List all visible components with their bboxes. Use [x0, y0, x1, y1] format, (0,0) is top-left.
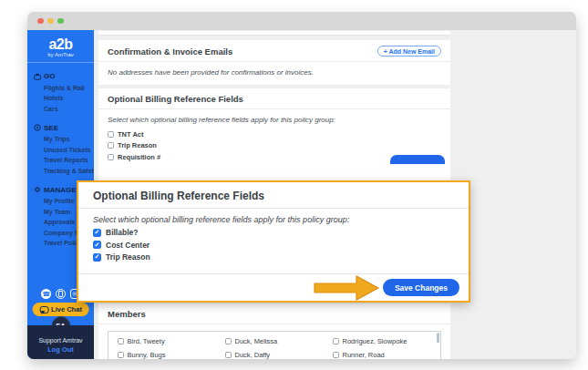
checkbox-row-tnt-act: TNT Act — [108, 130, 450, 139]
member-row: Duck, Melissa — [225, 337, 333, 345]
tnt-act-checkbox[interactable] — [108, 131, 114, 138]
member-row: Bird, Tweety — [118, 337, 225, 345]
members-list-box[interactable]: Bird, Tweety Duck, Melissa Rodriguez, Sl… — [108, 331, 441, 359]
nav-section-go: GO Flights & Rail Hotels Cars — [34, 72, 94, 112]
card-header: Members — [98, 303, 450, 324]
cost-center-checkbox[interactable] — [93, 241, 101, 249]
live-chat-label: Live Chat — [51, 305, 82, 313]
nav-section-label: SEE — [44, 124, 58, 132]
partial-card — [98, 31, 450, 36]
members-grid: Bird, Tweety Duck, Melissa Rodriguez, Sl… — [108, 337, 440, 359]
card-title: Members — [108, 309, 146, 319]
sidebar-footer: Support Amtrav Log Out — [27, 325, 94, 359]
zoom-window-button[interactable] — [57, 18, 64, 25]
member-checkbox[interactable] — [225, 352, 232, 358]
app-window: a2b by AmTrav GO Flights & Rail Hotels — [27, 12, 576, 359]
checkbox-label: Billable? — [106, 228, 138, 237]
member-name: Duck, Daffy — [235, 351, 271, 359]
minimize-window-button[interactable] — [47, 18, 54, 25]
checkbox-row-cost-center: Cost Center — [93, 241, 469, 250]
member-row: Bunny, Bugs — [118, 351, 225, 359]
checkbox-row-trip-reason: Trip Reason — [108, 141, 450, 149]
logout-link[interactable]: Log Out — [27, 345, 94, 354]
member-checkbox[interactable] — [118, 338, 124, 344]
overlay-description: Select which optional billing reference … — [93, 215, 454, 224]
trip-reason-checkbox[interactable] — [93, 253, 101, 262]
member-row: Runner, Road — [333, 351, 440, 359]
requisition-checkbox[interactable] — [108, 154, 114, 160]
chat-bubble-icon — [39, 306, 48, 313]
brand-name: a2b — [27, 37, 94, 51]
add-new-email-button[interactable]: + Add New Email — [377, 46, 441, 57]
checkbox-label: Cost Center — [106, 241, 150, 250]
member-row: Duck, Daffy — [225, 351, 333, 359]
member-checkbox[interactable] — [225, 338, 232, 344]
trip-reason-checkbox[interactable] — [108, 142, 114, 149]
checkbox-label: Trip Reason — [106, 252, 150, 262]
save-changes-button[interactable]: Save Changes — [383, 279, 459, 296]
billing-fields-card: Optional Billing Reference Fields Select… — [98, 88, 450, 194]
checkbox-label: Requisition # — [118, 153, 160, 161]
briefcase-icon — [34, 73, 41, 80]
mobile-icon[interactable] — [56, 289, 66, 299]
card-header: Confirmation & Invoice Emails + Add New … — [98, 40, 450, 62]
member-checkbox[interactable] — [333, 338, 339, 344]
nav-header-see: SEE — [34, 124, 94, 132]
checkbox-row-billable: Billable? — [93, 228, 469, 237]
checkbox-label: Trip Reason — [118, 141, 157, 149]
gear-icon — [34, 186, 41, 193]
compass-icon — [34, 124, 41, 131]
card-title: Optional Billing Reference Fields — [108, 94, 243, 104]
confirmation-emails-card: Confirmation & Invoice Emails + Add New … — [98, 40, 450, 85]
checkbox-row-trip-reason: Trip Reason — [93, 252, 469, 262]
sidebar-item-travel-reports[interactable]: Travel Reports — [34, 157, 94, 163]
member-name: Bird, Tweety — [128, 337, 165, 345]
sidebar-item-my-trips[interactable]: My Trips — [34, 136, 94, 142]
obscured-save-button[interactable] — [390, 155, 445, 164]
support-label: Support Amtrav — [27, 325, 94, 344]
window-titlebar — [27, 12, 576, 30]
brand-tagline: by AmTrav — [27, 52, 94, 57]
sidebar-item-tracking-safety[interactable]: Tracking & Safety — [34, 168, 94, 174]
billable-checkbox[interactable] — [93, 229, 101, 237]
phone-icon[interactable] — [41, 289, 51, 299]
brand-logo[interactable]: a2b by AmTrav — [27, 30, 94, 63]
card-header: Optional Billing Reference Fields — [98, 88, 450, 109]
billing-fields-highlight-panel: Optional Billing Reference Fields Select… — [77, 180, 470, 303]
nav-section-label: MANAGE — [44, 186, 77, 194]
members-scrollbar[interactable] — [437, 333, 439, 343]
sidebar-item-unused-tickets[interactable]: Unused Tickets — [34, 147, 94, 153]
member-name: Runner, Road — [343, 351, 385, 359]
live-chat-button[interactable]: Live Chat — [32, 303, 89, 316]
member-name: Duck, Melissa — [235, 337, 278, 345]
close-window-button[interactable] — [37, 18, 44, 25]
divider — [78, 208, 469, 209]
nav-section-see: SEE My Trips Unused Tickets Travel Repor… — [34, 124, 94, 174]
card-title: Confirmation & Invoice Emails — [108, 46, 232, 57]
member-name: Bunny, Bugs — [128, 351, 166, 359]
nav-header-go: GO — [34, 72, 94, 80]
checkbox-label: TNT Act — [118, 130, 143, 139]
nav-section-label: GO — [44, 72, 55, 80]
empty-addresses-message: No addresses have been provided for conf… — [98, 62, 450, 85]
page: a2b by AmTrav GO Flights & Rail Hotels — [0, 0, 588, 370]
pointer-arrow-icon — [313, 275, 380, 301]
sidebar-item-flights-rail[interactable]: Flights & Rail — [34, 85, 94, 91]
overlay-footer: Save Changes — [78, 273, 469, 301]
members-card: Members Bird, Tweety Duck, Melissa — [98, 303, 450, 359]
overlay-title: Optional Billing Reference Fields — [93, 190, 454, 202]
sidebar-item-cars[interactable]: Cars — [34, 106, 94, 112]
member-name: Rodriguez, Slowpoke — [343, 337, 407, 345]
member-row: Rodriguez, Slowpoke — [333, 337, 440, 345]
member-checkbox[interactable] — [118, 352, 124, 358]
member-checkbox[interactable] — [333, 352, 339, 358]
sidebar-item-hotels[interactable]: Hotels — [34, 95, 94, 101]
billing-fields-description: Select which optional billing reference … — [98, 109, 450, 127]
